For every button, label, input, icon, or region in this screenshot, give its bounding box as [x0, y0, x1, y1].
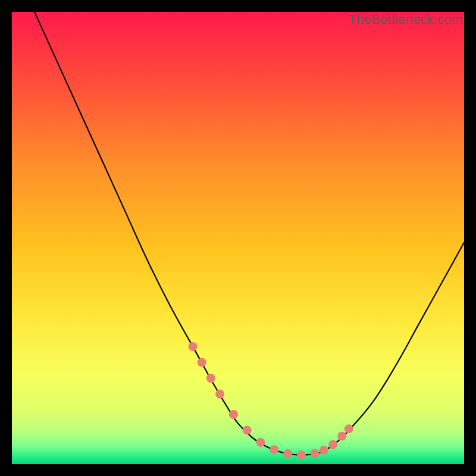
chart-frame: TheBottleneck.com: [0, 0, 476, 476]
svg-rect-0: [12, 12, 464, 464]
gradient-background: [12, 12, 464, 464]
plot-area: TheBottleneck.com: [12, 12, 464, 464]
watermark-text: TheBottleneck.com: [349, 12, 463, 27]
